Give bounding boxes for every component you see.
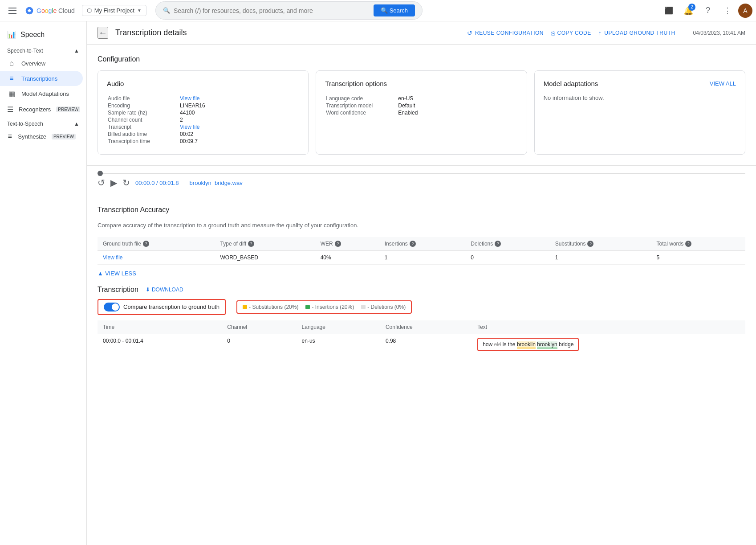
accuracy-view-file-link[interactable]: View file [103, 254, 122, 261]
accuracy-description: Compare accuracy of the transcription to… [98, 221, 745, 230]
transcription-section-title: Transcription [98, 286, 138, 294]
google-cloud-icon [25, 6, 34, 15]
tts-section-collapse-icon: ▲ [74, 121, 79, 127]
reuse-config-label: REUSE CONFIGURATION [475, 30, 544, 36]
configuration-cards: Audio Audio file View file Encoding LINE… [98, 70, 745, 155]
rewind-button[interactable]: ↺ [98, 177, 105, 188]
search-button-icon: 🔍 [381, 7, 388, 14]
hamburger-menu[interactable] [4, 2, 21, 20]
trans-time: 00:00.0 - 00:01.4 [98, 334, 222, 355]
transcription-options-table: Language code en-US Transcription model … [325, 94, 517, 117]
audio-file-link[interactable]: View file [180, 95, 199, 102]
accuracy-deletions: 0 [465, 250, 549, 264]
page-title: Transcription details [115, 28, 460, 37]
terminal-button[interactable]: ⬛ [660, 2, 678, 20]
word-how: how [483, 341, 494, 348]
top-nav: Google Cloud ⬡ My First Project ▼ 🔍 🔍 Se… [0, 0, 756, 21]
sidebar-item-synthesize[interactable]: ≡ Synthesize PREVIEW [0, 129, 83, 144]
copy-code-label: COPY CODE [557, 30, 591, 36]
play-button[interactable]: ▶ [110, 177, 117, 188]
project-selector-icon: ⬡ [87, 7, 92, 14]
th-type-diff: Type of diff ? [215, 237, 315, 251]
trans-text-cell: how old is the brooklin brooklyn bridge [472, 334, 745, 355]
trans-text-box: how old is the brooklin brooklyn bridge [477, 338, 579, 351]
legend-box: - Substitutions (20%) - Insertions (20%)… [236, 300, 412, 314]
upload-ground-truth-button[interactable]: ↑ UPLOAD GROUND TRUTH [598, 29, 675, 37]
accuracy-substitutions: 1 [550, 250, 651, 264]
section-label: Speech-to-Text [7, 48, 43, 54]
notification-count: 2 [688, 4, 695, 11]
config-row-channel-count: Channel count 2 [108, 117, 298, 123]
substitutions-help-icon[interactable]: ? [587, 241, 593, 247]
sidebar-item-transcriptions[interactable]: ≡ Transcriptions [0, 71, 83, 86]
audio-player: ↺ ▶ ↻ 00:00.0 / 00:01.8 brooklyn_bridge.… [87, 165, 756, 195]
progress-track[interactable] [98, 173, 745, 174]
synthesize-preview-badge: PREVIEW [52, 134, 76, 139]
config-row-trans-time: Transcription time 00:09.7 [108, 138, 298, 144]
config-row-word-conf: Word confidence Enabled [326, 110, 516, 116]
upload-icon: ↑ [598, 29, 602, 37]
view-less-button[interactable]: ▲ VIEW LESS [98, 268, 136, 279]
legend-substitutions: - Substitutions (20%) [243, 304, 298, 310]
project-dropdown-arrow: ▼ [137, 8, 142, 13]
user-avatar[interactable]: A [738, 4, 752, 18]
search-bar-icon: 🔍 [163, 7, 170, 14]
th-text: Text [472, 320, 745, 334]
type-diff-help-icon[interactable]: ? [248, 241, 254, 247]
word-is-the: is the [503, 341, 517, 348]
recognizers-preview-badge: PREVIEW [56, 107, 80, 112]
view-all-link[interactable]: VIEW ALL [710, 80, 736, 87]
compare-toggle-box[interactable]: Compare transcription to ground truth [98, 299, 226, 315]
sidebar-section-speech-to-text[interactable]: Speech-to-Text ▲ [0, 44, 86, 56]
th-insertions: Insertions ? [379, 237, 466, 251]
fast-forward-button[interactable]: ↻ [122, 177, 130, 188]
progress-thumb[interactable] [98, 171, 103, 176]
config-row-trans-model: Transcription model Default [326, 102, 516, 109]
transcription-section: Transcription ⬇ DOWNLOAD Compare transcr… [98, 286, 745, 355]
notifications-button[interactable]: 🔔 2 [679, 2, 697, 20]
sidebar-section-text-to-speech[interactable]: Text-to-Speech ▲ [0, 117, 86, 129]
sidebar-label-overview: Overview [21, 60, 45, 67]
product-nav-item: 📊 Speech [0, 25, 86, 44]
th-deletions: Deletions ? [465, 237, 549, 251]
sidebar-label-transcriptions: Transcriptions [21, 75, 57, 82]
word-bridge: bridge [559, 341, 573, 348]
copy-code-button[interactable]: ⎘ COPY CODE [551, 29, 591, 37]
sidebar-item-model-adaptations[interactable]: ▦ Model Adaptations [0, 86, 83, 102]
help-button[interactable]: ? [699, 2, 717, 20]
th-channel: Channel [222, 320, 296, 334]
main-content: ← Transcription details ↺ REUSE CONFIGUR… [87, 21, 756, 545]
accuracy-wer: 40% [315, 250, 379, 264]
tts-section-label: Text-to-Speech [7, 121, 43, 127]
sidebar-item-overview[interactable]: ⌂ Overview [0, 56, 83, 71]
search-input[interactable] [174, 7, 372, 14]
wer-help-icon[interactable]: ? [335, 241, 341, 247]
ground-truth-help-icon[interactable]: ? [143, 241, 149, 247]
app-layout: 📊 Speech Speech-to-Text ▲ ⌂ Overview ≡ T… [0, 21, 756, 545]
search-button[interactable]: 🔍 Search [374, 4, 415, 16]
sidebar-item-recognizers[interactable]: ☰ Recognizers PREVIEW [0, 102, 83, 117]
trans-table-row: 00:00.0 - 00:01.4 0 en-us 0.98 how old i… [98, 334, 745, 355]
compare-toggle-switch[interactable] [104, 303, 120, 311]
accuracy-section-title: Transcription Accuracy [98, 206, 745, 214]
project-selector[interactable]: ⬡ My First Project ▼ [82, 5, 146, 16]
reuse-config-button[interactable]: ↺ REUSE CONFIGURATION [467, 29, 544, 37]
back-button[interactable]: ← [98, 27, 108, 39]
audio-card-title: Audio [107, 80, 299, 87]
download-button[interactable]: ⬇ DOWNLOAD [146, 287, 183, 293]
transcript-link[interactable]: View file [180, 124, 199, 130]
transcription-table: Time Channel Language Confidence Text 00… [98, 320, 745, 355]
audio-time: 00:00.0 / 00:01.8 [135, 180, 179, 186]
accuracy-table: Ground truth file ? Type of diff ? [98, 237, 745, 265]
audio-filename[interactable]: brooklyn_bridge.wav [190, 180, 243, 186]
logo-text: Google Cloud [37, 7, 75, 14]
product-name: Speech [20, 31, 45, 39]
deletions-help-icon[interactable]: ? [495, 241, 501, 247]
download-label: DOWNLOAD [152, 287, 183, 293]
settings-button[interactable]: ⋮ [719, 2, 736, 20]
total-words-help-icon[interactable]: ? [685, 241, 691, 247]
audio-config-table: Audio file View file Encoding LINEAR16 S… [107, 94, 299, 145]
configuration-title: Configuration [98, 55, 745, 63]
insertions-help-icon[interactable]: ? [410, 241, 416, 247]
no-info-text: No information to show. [544, 94, 736, 101]
